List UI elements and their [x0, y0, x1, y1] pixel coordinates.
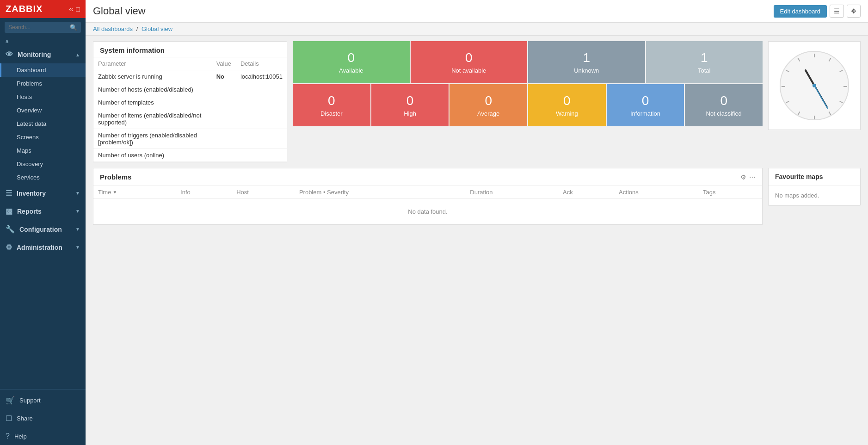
avail-cell-information[interactable]: 0 Information: [607, 84, 684, 126]
avail-cell-available[interactable]: 0 Available: [293, 41, 410, 83]
avail-info-label: Information: [630, 110, 660, 117]
sidebar-item-share[interactable]: ☐ Share: [0, 409, 86, 427]
avail-cell-high[interactable]: 0 High: [371, 84, 449, 126]
avail-cell-unknown[interactable]: 1 Unknown: [528, 41, 645, 83]
menu-icon-button[interactable]: ☰: [830, 5, 844, 18]
avail-not-available-num: 0: [465, 50, 473, 65]
col-time: Time ▼: [93, 186, 176, 199]
avail-cell-warning[interactable]: 0 Warning: [528, 84, 606, 126]
sidebar-item-support[interactable]: 🛒 Support: [0, 391, 86, 409]
nav-configuration-header[interactable]: 🔧 Configuration ▼: [0, 220, 86, 238]
details-cell: localhost:10051: [236, 70, 287, 83]
share-icon: ☐: [6, 414, 12, 423]
support-icon: 🛒: [6, 396, 15, 405]
problems-title: Problems: [100, 173, 131, 181]
clock-widget: [768, 41, 861, 130]
dashboard-row-2: Problems ⚙ ⋯ Time ▼ Info Host: [93, 168, 861, 225]
sidebar-item-problems[interactable]: Problems: [0, 77, 86, 90]
problems-dots-icon[interactable]: ⋯: [749, 173, 756, 181]
avail-nc-label: Not classified: [706, 110, 742, 117]
clock-center-dot: [813, 84, 816, 87]
avail-cell-total[interactable]: 1 Total: [646, 41, 763, 83]
problems-header: Problems ⚙ ⋯: [93, 168, 762, 186]
param-cell: Number of hosts (enabled/disabled): [93, 83, 212, 96]
logo-text: ZABBIX: [6, 4, 43, 14]
avail-cell-not-classified[interactable]: 0 Not classified: [685, 84, 763, 126]
avail-unknown-label: Unknown: [574, 67, 599, 74]
chevron-down-icon3: ▼: [75, 227, 80, 232]
search-icon: 🔍: [70, 24, 77, 31]
sidebar-item-services[interactable]: Services: [0, 171, 86, 184]
avail-available-label: Available: [339, 67, 363, 74]
nav-administration-section: ⚙ Administration ▼: [0, 238, 86, 256]
nav-reports-header[interactable]: ▩ Reports ▼: [0, 202, 86, 220]
wrench-icon: 🔧: [6, 225, 15, 234]
fav-maps-empty-message: No maps added.: [769, 185, 860, 205]
avail-high-num: 0: [406, 93, 414, 108]
dashboard-row-1: System information Parameter Value Detai…: [93, 41, 861, 162]
nav-monitoring-header[interactable]: 👁 Monitoring ▲: [0, 46, 86, 63]
problems-table: Time ▼ Info Host Problem • Severity Dura…: [93, 186, 762, 224]
share-label: Share: [17, 415, 33, 422]
nav-monitoring-label: Monitoring: [18, 51, 71, 58]
nav-inventory-header[interactable]: ☰ Inventory ▼: [0, 184, 86, 202]
problems-panel: Problems ⚙ ⋯ Time ▼ Info Host: [93, 168, 763, 225]
sidebar-item-screens[interactable]: Screens: [0, 130, 86, 144]
sidebar-user: a: [0, 37, 86, 46]
sidebar-item-overview[interactable]: Overview: [0, 104, 86, 117]
avail-warning-num: 0: [563, 93, 571, 108]
value-cell: [212, 96, 236, 109]
value-cell: [212, 129, 236, 149]
avail-warning-label: Warning: [556, 110, 578, 117]
avail-severity-row: 0 Disaster 0 High 0 Average 0 Warning: [293, 84, 763, 126]
col-problem-severity: Problem • Severity: [295, 186, 465, 199]
main-content: Global view Edit dashboard ☰ ✥ All dashb…: [86, 0, 868, 445]
breadcrumb-parent[interactable]: All dashboards: [93, 25, 133, 32]
nav-reports-section: ▩ Reports ▼: [0, 202, 86, 220]
avail-info-num: 0: [642, 93, 649, 108]
chevron-up-icon: ▲: [75, 52, 80, 57]
table-row: Number of items (enabled/disabled/not su…: [93, 109, 287, 129]
clock-face: [780, 51, 849, 120]
avail-available-num: 0: [347, 50, 355, 65]
sidebar-item-discovery[interactable]: Discovery: [0, 157, 86, 171]
nav-configuration-label: Configuration: [19, 226, 71, 233]
fullscreen-icon-button[interactable]: ✥: [847, 5, 861, 18]
avail-unknown-num: 1: [583, 50, 590, 65]
avail-cell-disaster[interactable]: 0 Disaster: [293, 84, 370, 126]
sidebar-item-maps[interactable]: Maps: [0, 144, 86, 157]
edit-dashboard-button[interactable]: Edit dashboard: [774, 5, 827, 18]
sidebar-item-help[interactable]: ? Help: [0, 427, 86, 445]
avail-total-label: Total: [698, 67, 710, 74]
nav-administration-header[interactable]: ⚙ Administration ▼: [0, 238, 86, 256]
sidebar-search-area: 🔍: [0, 18, 86, 37]
param-cell: Number of items (enabled/disabled/not su…: [93, 109, 212, 129]
avail-cell-average[interactable]: 0 Average: [449, 84, 527, 126]
value-cell: [212, 149, 236, 162]
logo-icons: ‹‹ □: [69, 6, 80, 13]
avail-cell-not-available[interactable]: 0 Not available: [411, 41, 528, 83]
table-row: Number of templates: [93, 96, 287, 109]
breadcrumb-current[interactable]: Global view: [142, 25, 172, 32]
breadcrumb: All dashboards / Global view: [86, 23, 868, 36]
avail-top-row: 0 Available 0 Not available 1 Unknown 1 …: [293, 41, 763, 83]
col-value: Value: [212, 57, 236, 70]
col-actions: Actions: [614, 186, 698, 199]
nav-inventory-label: Inventory: [17, 190, 71, 197]
collapse-icon[interactable]: ‹‹: [69, 6, 73, 13]
table-row: Zabbix server is running No localhost:10…: [93, 70, 287, 83]
sidebar-logo: ZABBIX ‹‹ □: [0, 0, 86, 18]
sidebar-item-latest-data[interactable]: Latest data: [0, 117, 86, 130]
chevron-down-icon2: ▼: [75, 209, 80, 214]
avail-average-num: 0: [485, 93, 492, 108]
avail-disaster-label: Disaster: [320, 110, 343, 117]
list-icon: ☰: [6, 189, 12, 198]
sidebar-item-dashboard[interactable]: Dashboard: [0, 63, 86, 77]
problems-gear-icon[interactable]: ⚙: [740, 173, 746, 181]
sidebar-item-hosts[interactable]: Hosts: [0, 90, 86, 104]
eye-icon: 👁: [6, 50, 13, 59]
page-title: Global view: [93, 5, 146, 17]
topbar-actions: Edit dashboard ☰ ✥: [774, 5, 861, 18]
availability-grid: 0 Available 0 Not available 1 Unknown 1 …: [293, 41, 763, 126]
expand-icon[interactable]: □: [76, 6, 80, 13]
